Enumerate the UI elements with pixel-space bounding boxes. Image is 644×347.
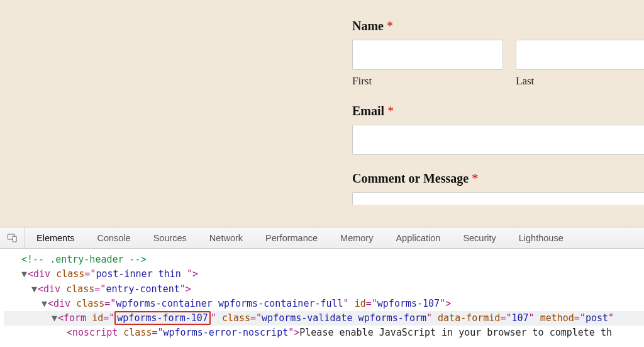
page-background: Name * First Last Email * (0, 0, 644, 227)
tab-network[interactable]: Network (198, 227, 254, 248)
tab-performance[interactable]: Performance (254, 227, 329, 248)
tab-lighthouse[interactable]: Lighthouse (508, 227, 575, 248)
comment-field-block: Comment or Message * (352, 171, 644, 205)
device-toggle-icon[interactable] (0, 227, 25, 248)
tab-security[interactable]: Security (452, 227, 507, 248)
tab-memory[interactable]: Memory (329, 227, 384, 248)
email-label: Email * (352, 104, 644, 118)
first-name-input[interactable] (352, 40, 503, 70)
first-name-sublabel: First (352, 75, 503, 88)
first-name-col: First (352, 40, 503, 88)
last-name-col: Last (516, 40, 644, 88)
name-label-text: Name (352, 19, 384, 33)
tab-sources[interactable]: Sources (142, 227, 198, 248)
svg-rect-1 (13, 236, 16, 242)
devtools-tabbar: Elements Console Sources Network Perform… (0, 227, 644, 249)
name-label: Name * (352, 19, 644, 33)
email-input[interactable] (352, 125, 644, 155)
devtools-panel: Elements Console Sources Network Perform… (0, 227, 644, 347)
tab-application[interactable]: Application (384, 227, 452, 248)
email-field-block: Email * (352, 104, 644, 155)
name-inputs-row: First Last (352, 40, 644, 88)
email-label-text: Email (352, 104, 384, 118)
highlighted-form-row[interactable]: ▼<form id="wpforms-form-107" class="wpfo… (4, 311, 644, 326)
form-id-highlight: wpforms-form-107 (114, 311, 211, 325)
comment-label-text: Comment or Message (352, 171, 469, 185)
comment-textarea[interactable] (352, 192, 644, 205)
tab-elements[interactable]: Elements (25, 227, 86, 248)
required-asterisk: * (387, 19, 393, 33)
name-field-block: Name * First Last (352, 19, 644, 88)
comment-label: Comment or Message * (352, 171, 644, 186)
last-name-sublabel: Last (516, 75, 644, 88)
contact-form: Name * First Last Email * (352, 19, 644, 205)
tab-console[interactable]: Console (86, 227, 142, 248)
dom-tree[interactable]: <!-- .entry-header -->▼<div class="post-… (0, 249, 644, 341)
required-asterisk: * (387, 104, 394, 118)
html-comment: <!-- .entry-header --> (21, 254, 147, 265)
required-asterisk: * (472, 171, 478, 185)
last-name-input[interactable] (516, 40, 644, 70)
